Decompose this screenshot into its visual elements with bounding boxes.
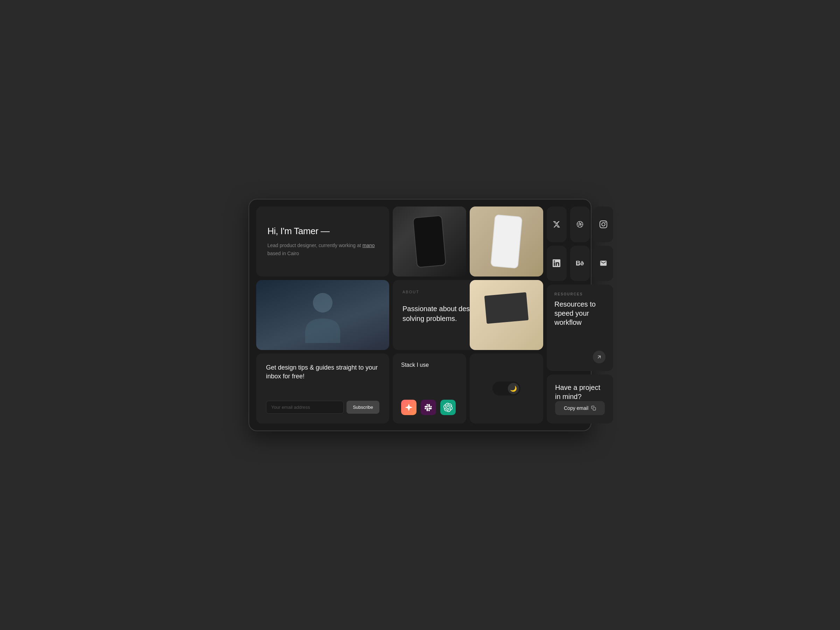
craft-app-icon bbox=[404, 403, 413, 412]
stack-title: Stack I use bbox=[401, 362, 458, 368]
resources-label: RESOURCES bbox=[554, 292, 605, 296]
right-column: RESOURCES Resources to speed your workfl… bbox=[547, 207, 613, 423]
behance-button[interactable] bbox=[570, 246, 590, 281]
intro-card: Hi, I'm Tamer — Lead product designer, c… bbox=[256, 207, 389, 276]
toggle-card: 🌙 bbox=[470, 354, 543, 423]
arrow-icon bbox=[597, 354, 602, 360]
slack-app-icon bbox=[424, 403, 433, 412]
main-grid: Hi, I'm Tamer — Lead product designer, c… bbox=[256, 207, 584, 423]
device-frame: Hi, I'm Tamer — Lead product designer, c… bbox=[248, 199, 592, 431]
dribbble-icon bbox=[576, 221, 584, 228]
phone1-image bbox=[393, 207, 466, 276]
linkedin-icon bbox=[553, 259, 561, 267]
copy-email-button[interactable]: Copy email bbox=[555, 401, 605, 415]
svg-point-1 bbox=[313, 293, 333, 313]
behance-icon bbox=[576, 259, 584, 267]
newsletter-heading: Get design tips & guides straight to you… bbox=[266, 363, 379, 381]
resources-card: RESOURCES Resources to speed your workfl… bbox=[547, 284, 613, 371]
phone2-image bbox=[470, 207, 543, 276]
laptop-image bbox=[470, 280, 543, 350]
email-button[interactable] bbox=[593, 246, 613, 281]
chatgpt-icon bbox=[440, 400, 456, 415]
newsletter-card: Get design tips & guides straight to you… bbox=[256, 354, 389, 423]
linkedin-button[interactable] bbox=[547, 246, 567, 281]
stack-icons-list bbox=[401, 400, 458, 415]
twitter-icon bbox=[553, 221, 561, 228]
svg-rect-0 bbox=[593, 407, 596, 410]
person-silhouette bbox=[302, 287, 344, 343]
craft-icon bbox=[401, 400, 417, 415]
resources-title: Resources to speed your workflow bbox=[554, 300, 605, 351]
phone2-card bbox=[470, 207, 543, 276]
social-row-1 bbox=[547, 207, 613, 242]
greeting-text: Hi, I'm Tamer — bbox=[267, 226, 378, 237]
resources-arrow-button[interactable] bbox=[593, 351, 605, 363]
copy-icon bbox=[591, 406, 596, 411]
email-input[interactable] bbox=[266, 401, 344, 414]
photo-card bbox=[256, 280, 389, 350]
newsletter-form: Subscribe bbox=[266, 401, 379, 414]
instagram-button[interactable] bbox=[593, 207, 613, 242]
contact-card: Have a project in mind? Copy email bbox=[547, 374, 613, 423]
chatgpt-app-icon bbox=[444, 403, 453, 412]
social-row-2 bbox=[547, 246, 613, 281]
slack-icon bbox=[421, 400, 436, 415]
contact-heading: Have a project in mind? bbox=[555, 383, 605, 401]
mano-link[interactable]: mano bbox=[363, 243, 375, 248]
subscribe-button[interactable]: Subscribe bbox=[346, 401, 379, 414]
description-text: Lead product designer, currently working… bbox=[267, 242, 378, 257]
dark-mode-toggle[interactable]: 🌙 bbox=[493, 382, 521, 395]
toggle-knob: 🌙 bbox=[508, 383, 519, 394]
email-icon bbox=[600, 259, 607, 267]
person-image bbox=[256, 280, 389, 350]
twitter-button[interactable] bbox=[547, 207, 567, 242]
dribbble-button[interactable] bbox=[570, 207, 590, 242]
laptop-card bbox=[470, 280, 543, 350]
stack-card: Stack I use bbox=[393, 354, 466, 423]
phone1-card bbox=[393, 207, 466, 276]
instagram-icon bbox=[600, 221, 607, 228]
